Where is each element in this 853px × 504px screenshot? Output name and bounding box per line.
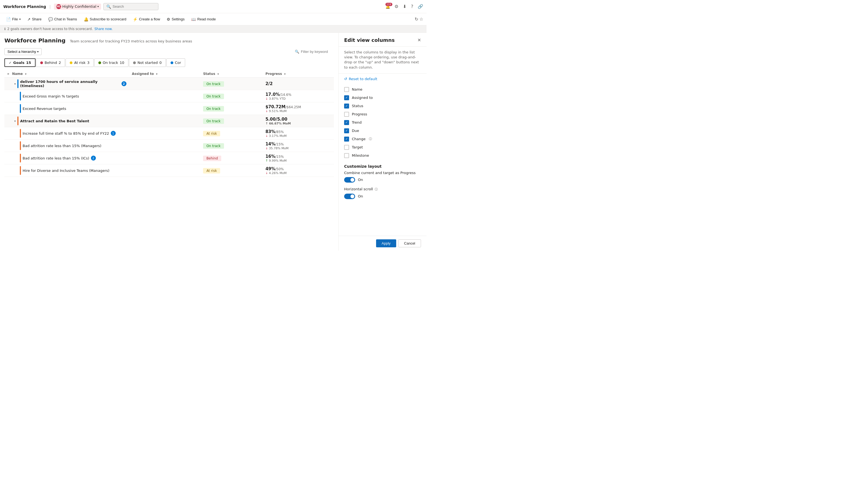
checkbox-status[interactable]: ✓ bbox=[344, 104, 349, 109]
share-now-link[interactable]: Share now. bbox=[94, 27, 113, 31]
combine-label: Combine current and target as Progress bbox=[344, 171, 421, 175]
help-icon[interactable]: ? bbox=[411, 4, 413, 9]
confidential-icon: HC bbox=[56, 4, 61, 9]
main-area: Workforce Planning Team scorecard for tr… bbox=[0, 33, 427, 251]
goal-assigned bbox=[129, 103, 200, 115]
confidential-badge[interactable]: HC Highly Confidential ▾ bbox=[54, 4, 101, 10]
search-bar[interactable]: 🔍 bbox=[103, 3, 158, 10]
file-button[interactable]: 📄 File ▾ bbox=[3, 16, 23, 22]
info-message: 2 goals owners don't have access to this… bbox=[7, 27, 93, 31]
checkbox-trend[interactable]: ✓ bbox=[344, 120, 349, 125]
subscribe-button[interactable]: 🔔 Subscribe to scorecard bbox=[81, 16, 129, 22]
comment-badge[interactable]: 1 bbox=[111, 131, 116, 136]
behind-count: 2 bbox=[59, 60, 61, 65]
scroll-info-icon: ⓘ bbox=[375, 187, 378, 191]
goal-name: Increase full time staff % to 85% by end… bbox=[23, 131, 109, 136]
filter-input[interactable] bbox=[301, 50, 334, 54]
atrisk-pill[interactable]: At risk 3 bbox=[66, 58, 93, 67]
col-label-progress: Progress bbox=[352, 112, 367, 116]
status-badge: On track bbox=[203, 81, 224, 87]
goals-table: » Name ▾ Assigned to ▾ Status ▾ Progress bbox=[4, 70, 334, 177]
checkbox-name[interactable] bbox=[344, 87, 349, 92]
col-header-status[interactable]: Status ▾ bbox=[200, 70, 263, 78]
table-header-row: » Name ▾ Assigned to ▾ Status ▾ Progress bbox=[4, 70, 334, 78]
comment-badge[interactable]: 2 bbox=[122, 81, 126, 86]
hierarchy-button[interactable]: Select a hierarchy ▾ bbox=[4, 48, 41, 55]
arrow-down-icon: ↓ bbox=[265, 146, 268, 150]
apply-button[interactable]: Apply bbox=[376, 239, 396, 247]
scorecard-area: Workforce Planning Team scorecard for tr… bbox=[0, 33, 338, 251]
behind-dot bbox=[40, 61, 43, 64]
scorecard-toolbar: Select a hierarchy ▾ 🔍 bbox=[4, 48, 334, 55]
download-icon[interactable]: ⬇ bbox=[403, 4, 406, 9]
cancel-button[interactable]: Cancel bbox=[398, 239, 421, 247]
expand-button[interactable]: ▾ bbox=[14, 82, 16, 85]
goal-status: On track bbox=[200, 78, 263, 90]
column-item-progress: Progress bbox=[344, 110, 421, 119]
checkbox-target[interactable] bbox=[344, 145, 349, 150]
top-bar-left: Workforce Planning | HC Highly Confident… bbox=[3, 3, 158, 10]
reset-to-default-link[interactable]: ↺ Reset to default bbox=[344, 77, 421, 81]
settings-icon[interactable]: ⚙ bbox=[394, 4, 398, 9]
star-button[interactable]: ☆ bbox=[419, 17, 423, 22]
col-label-trend: Trend bbox=[352, 120, 362, 125]
col-header-progress[interactable]: Progress ▾ bbox=[263, 70, 334, 78]
goal-status: On track bbox=[200, 140, 263, 152]
goal-name-cell: Hire for Diverse and Inclusive Teams (Ma… bbox=[4, 164, 129, 177]
goals-label: Goals bbox=[13, 60, 24, 65]
checkbox-due[interactable]: ✓ bbox=[344, 128, 349, 133]
progress-sub: ↓ 35.78% MoM bbox=[265, 146, 331, 150]
comment-badge[interactable]: 2 bbox=[91, 156, 96, 161]
col-header-assigned[interactable]: Assigned to ▾ bbox=[129, 70, 200, 78]
notstarted-pill[interactable]: Not started 0 bbox=[129, 58, 166, 67]
checkbox-milestone[interactable] bbox=[344, 153, 349, 158]
behind-pill[interactable]: Behind 2 bbox=[36, 58, 65, 67]
create-flow-button[interactable]: ⚡ Create a flow bbox=[130, 16, 163, 22]
goals-count: 15 bbox=[26, 60, 31, 65]
atrisk-count: 3 bbox=[87, 60, 89, 65]
expand-button[interactable]: ▾ bbox=[14, 120, 16, 123]
completed-pill[interactable]: Cor bbox=[166, 58, 185, 67]
status-badge: On track bbox=[203, 119, 224, 124]
share-icon[interactable]: 🔗 bbox=[418, 4, 423, 9]
refresh-button[interactable]: ↻ bbox=[415, 17, 418, 22]
checkbox-change[interactable]: ✓ bbox=[344, 137, 349, 142]
chat-button[interactable]: 💬 Chat in Teams bbox=[46, 16, 80, 22]
bar-indicator bbox=[20, 141, 21, 150]
subscribe-label: Subscribe to scorecard bbox=[90, 17, 126, 21]
goal-assigned bbox=[129, 152, 200, 164]
read-mode-button[interactable]: 📖 Read mode bbox=[189, 16, 218, 22]
scroll-toggle[interactable] bbox=[344, 194, 355, 199]
progress-sub: ↑ 66.67% MoM bbox=[265, 122, 331, 125]
goals-pill[interactable]: ✓ Goals 15 bbox=[4, 58, 36, 67]
table-row: Exceed Revenue targets On track $70.72M/… bbox=[4, 103, 334, 115]
goal-name-cell: ▾ Attract and Retain the Best Talent bbox=[4, 115, 129, 127]
checkbox-assigned[interactable]: ✓ bbox=[344, 95, 349, 100]
status-badge: At risk bbox=[203, 168, 220, 174]
sort-icon-assigned: ▾ bbox=[156, 72, 157, 75]
goal-progress: $70.72M/$64.25M ↓ 9.51% MoM bbox=[263, 103, 334, 115]
settings-button[interactable]: ⚙ Settings bbox=[164, 16, 188, 22]
share-button[interactable]: ↗ Share bbox=[24, 16, 45, 22]
name-col-label: Name bbox=[12, 72, 23, 76]
panel-title: Edit view columns bbox=[344, 37, 395, 43]
col-header-name[interactable]: » Name ▾ bbox=[4, 70, 129, 78]
goal-name-cell: Bad attrition rate less than 15% (Manage… bbox=[4, 140, 129, 152]
ontrack-pill[interactable]: On track 10 bbox=[94, 58, 128, 67]
expand-all-icon: » bbox=[7, 72, 10, 76]
share-icon: ↗ bbox=[27, 17, 31, 21]
bar-indicator bbox=[20, 129, 21, 138]
combine-toggle[interactable] bbox=[344, 177, 355, 183]
notification-button[interactable]: 🔔 119 bbox=[386, 4, 390, 9]
ontrack-count: 10 bbox=[120, 60, 124, 65]
search-input[interactable] bbox=[113, 4, 154, 8]
status-pills: ✓ Goals 15 Behind 2 At risk 3 On track 1… bbox=[4, 58, 334, 67]
progress-sub: ↓ 4.26% MoM bbox=[265, 171, 331, 175]
confidential-label: Highly Confidential bbox=[62, 4, 96, 8]
panel-header: Edit view columns ✕ bbox=[339, 33, 427, 47]
checkbox-progress[interactable] bbox=[344, 112, 349, 117]
reset-label: Reset to default bbox=[349, 77, 377, 81]
toolbar: 📄 File ▾ ↗ Share 💬 Chat in Teams 🔔 Subsc… bbox=[0, 13, 427, 25]
panel-close-button[interactable]: ✕ bbox=[417, 37, 421, 43]
ontrack-label: On track bbox=[103, 60, 118, 65]
